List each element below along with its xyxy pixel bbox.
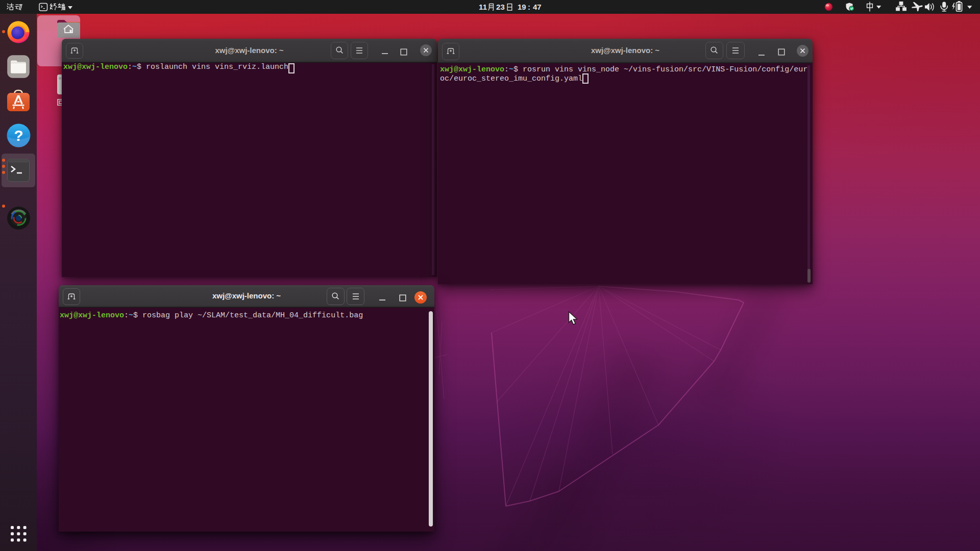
svg-text:?: ? [14, 127, 23, 144]
